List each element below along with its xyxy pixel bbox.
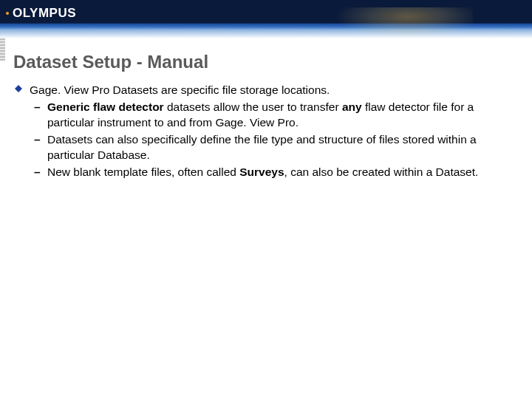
brand-name: OLYMPUS [13, 6, 76, 21]
brand-logo: OLYMPUS [6, 6, 76, 21]
header-glow [310, 7, 473, 38]
text-run: datasets allow the user to transfer [164, 100, 342, 113]
dash-bullet-icon: – [34, 165, 41, 180]
bullet-text: New blank template files, often called S… [47, 165, 519, 180]
dash-bullet-icon: – [34, 100, 41, 115]
bold-text: Generic flaw detector [47, 100, 164, 113]
slide-title: Dataset Setup - Manual [13, 52, 519, 72]
list-item: – Generic flaw detector datasets allow t… [13, 100, 519, 131]
list-item: Gage. View Pro Datasets are specific fil… [13, 83, 519, 98]
list-item: – New blank template files, often called… [13, 165, 519, 180]
side-band-decoration [0, 38, 5, 61]
logo-dot-icon [6, 12, 9, 15]
bullet-text: Generic flaw detector datasets allow the… [47, 100, 519, 131]
text-run: New blank template files, often called [47, 166, 239, 178]
bold-text: any [342, 100, 362, 113]
diamond-bullet-icon [15, 81, 22, 89]
slide-content: Dataset Setup - Manual Gage. View Pro Da… [0, 38, 532, 191]
bullet-text: Datasets can also specifically define th… [47, 132, 519, 163]
bold-text: Surveys [239, 166, 284, 178]
dash-bullet-icon: – [34, 132, 41, 148]
slide-header: OLYMPUS [0, 0, 532, 38]
bullet-text: Gage. View Pro Datasets are specific fil… [30, 83, 519, 98]
list-item: – Datasets can also specifically define … [13, 132, 519, 163]
bullet-list: Gage. View Pro Datasets are specific fil… [13, 83, 519, 180]
text-run: , can also be created within a Dataset. [284, 166, 479, 178]
